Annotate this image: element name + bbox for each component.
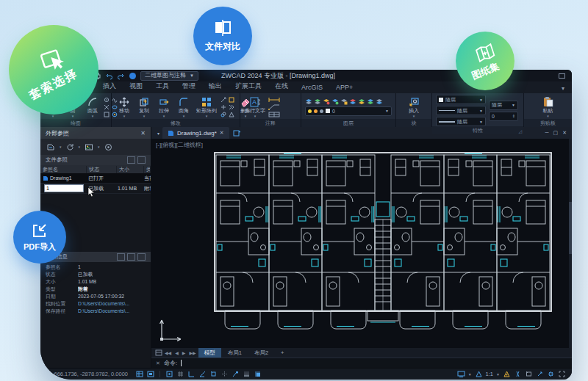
viewport-controls[interactable]: [-][俯视][二维线框] xyxy=(156,141,203,149)
canvas-scrollbar[interactable] xyxy=(569,139,572,348)
polar-toggle-icon[interactable] xyxy=(198,370,207,378)
layer-tools[interactable] xyxy=(305,98,392,105)
minimize-icon[interactable]: ─ xyxy=(545,130,549,136)
chevron-down-icon[interactable]: ▼ xyxy=(468,372,472,377)
lwt-toggle-icon[interactable] xyxy=(243,370,251,378)
lineweight-dropdown[interactable]: 随层▼ xyxy=(436,117,486,126)
new-tab-icon[interactable] xyxy=(233,129,241,137)
list-view-icon[interactable] xyxy=(127,156,135,164)
modify-group-label: 修改 xyxy=(112,119,240,127)
mtext-button[interactable]: A 多行文字▾ xyxy=(244,97,266,117)
chevron-down-icon: ▼ xyxy=(190,72,194,79)
settings-gear-icon[interactable] xyxy=(547,370,555,378)
ribbon-tab-app[interactable]: APP+ xyxy=(329,82,359,93)
current-layer-name: 0 xyxy=(332,109,335,114)
dialog-launcher-icon[interactable]: ◿ xyxy=(518,128,522,136)
ribbon-group-properties: 随层▼ 随层▼ 随层▼ 随层▼ 0⇕ xyxy=(432,93,524,127)
isolate-objects-icon[interactable] xyxy=(525,370,533,378)
move-button[interactable]: 移动▾ xyxy=(115,97,133,117)
pdf-import-badge[interactable]: PDF导入 xyxy=(13,211,66,264)
restore-icon[interactable]: ▢ xyxy=(553,130,559,136)
clean-screen-icon[interactable] xyxy=(558,370,566,378)
grid-toggle-icon[interactable] xyxy=(176,370,184,378)
command-line[interactable]: ✕ 命令: xyxy=(151,358,572,368)
dyn-toggle-icon[interactable] xyxy=(232,370,240,378)
mdi-window-controls: ─ ▢ ✕ xyxy=(540,130,572,136)
color-dropdown[interactable]: 随层▼ xyxy=(436,95,486,104)
plotstyle-dropdown[interactable]: 随层▼ xyxy=(489,101,518,110)
prev-layout-icon[interactable]: ◀ xyxy=(173,350,180,355)
ortho-toggle-icon[interactable] xyxy=(187,370,196,378)
stretch-button[interactable]: 拉伸▾ xyxy=(155,97,173,117)
ribbon: 直线▾ 圆▾ 圆弧▾ xyxy=(40,93,572,127)
insert-block-button[interactable]: 插入▾ xyxy=(405,97,423,117)
tab-model[interactable]: 模型 xyxy=(198,348,221,358)
tab-layout2[interactable]: 布局2 xyxy=(248,348,274,358)
chevron-down-icon[interactable]: ▼ xyxy=(496,372,500,377)
annotate-small-tools[interactable] xyxy=(268,97,280,117)
transparency-toggle-icon[interactable] xyxy=(254,370,262,378)
preview-panel-icon[interactable] xyxy=(127,253,135,261)
paper-space-icon[interactable] xyxy=(146,370,154,378)
ribbon-tab-arcgis[interactable]: ArcGIS xyxy=(295,82,329,93)
linetype-dropdown[interactable]: 随层▼ xyxy=(436,106,486,115)
annotation-scale-icon[interactable] xyxy=(475,370,483,378)
redo-icon[interactable] xyxy=(117,72,125,80)
close-command-icon[interactable]: ✕ xyxy=(156,360,160,366)
file-compare-badge[interactable]: 文件对比 xyxy=(193,7,252,65)
copy-button[interactable]: 复制▾ xyxy=(135,97,153,117)
osnap-toggle-icon[interactable] xyxy=(209,370,218,378)
next-layout-icon[interactable]: ▶ xyxy=(181,350,187,355)
tab-list-icon[interactable]: ▾ xyxy=(154,131,162,136)
cloud-sync-icon[interactable] xyxy=(129,72,137,80)
details-panel-icon[interactable] xyxy=(117,253,125,261)
first-layout-icon[interactable]: ◀◀ xyxy=(163,350,173,355)
ribbon-tab-output[interactable]: 输出 xyxy=(202,80,229,93)
tree-view-icon[interactable] xyxy=(137,156,146,164)
attach-image-icon[interactable] xyxy=(85,143,93,151)
workspace-dropdown[interactable]: 二维草图与注释 ▼ xyxy=(140,71,198,81)
xref-name-input[interactable] xyxy=(44,184,84,192)
modify-small-tools[interactable] xyxy=(220,97,234,117)
lasso-select-badge[interactable]: 套索选择 xyxy=(9,25,98,115)
layout-menu-icon[interactable] xyxy=(155,349,162,356)
array-button[interactable]: 矩形阵列▾ xyxy=(195,97,218,117)
document-tab[interactable]: Drawing1.dwg* ✕ xyxy=(162,127,229,139)
tab-layout1[interactable]: 布局1 xyxy=(222,348,248,358)
ribbon-tab-tools[interactable]: 工具 xyxy=(149,80,176,93)
annotation-visibility-icon[interactable] xyxy=(503,370,511,378)
layer-dropdown[interactable]: 0 ▼ xyxy=(305,106,392,116)
snap-toggle-icon[interactable] xyxy=(165,370,173,378)
help-icon[interactable] xyxy=(104,143,112,151)
ribbon-tab-express[interactable]: 扩展工具 xyxy=(229,80,268,93)
file-compare-label: 文件对比 xyxy=(205,40,240,53)
model-canvas[interactable]: [-][俯视][二维线框] xyxy=(151,139,572,348)
add-layout-button[interactable]: + xyxy=(275,348,290,358)
ribbon-tab-online[interactable]: 在线 xyxy=(268,80,295,93)
ribbon-tab-view[interactable]: 视图 xyxy=(123,80,149,93)
fillet-button[interactable]: 圆角▾ xyxy=(175,97,193,117)
transparency-spinner[interactable]: 0⇕ xyxy=(489,112,518,121)
attach-dwg-icon[interactable] xyxy=(46,143,55,151)
last-layout-icon[interactable]: ▶▶ xyxy=(187,350,197,355)
workspace-switch-icon[interactable] xyxy=(457,370,465,378)
collapse-panel-icon[interactable] xyxy=(137,253,146,261)
minimize-ribbon-icon[interactable] xyxy=(558,72,566,80)
ribbon-tab-manage[interactable]: 管理 xyxy=(176,80,202,93)
hardware-acceleration-icon[interactable] xyxy=(536,370,544,378)
table-row[interactable]: Drawing1 已打开 当前 xyxy=(40,173,151,184)
undo-icon[interactable] xyxy=(105,72,113,80)
annotation-scale-value[interactable]: 1:1 xyxy=(486,371,493,377)
sheet-set-badge[interactable]: 图纸集 xyxy=(456,32,514,90)
otrack-toggle-icon[interactable] xyxy=(220,370,229,378)
ribbon-collapse-icon[interactable]: ▾ xyxy=(557,85,569,93)
paste-button[interactable]: 粘贴▾ xyxy=(539,96,557,117)
ribbon-tab-insert[interactable]: 插入 xyxy=(96,80,123,93)
auto-scale-icon[interactable] xyxy=(514,370,522,378)
close-icon[interactable]: ✕ xyxy=(140,130,146,137)
model-space-icon[interactable] xyxy=(135,370,143,378)
ucs-icon xyxy=(157,313,188,344)
refresh-icon[interactable] xyxy=(66,143,74,151)
close-icon[interactable]: ✕ xyxy=(562,130,567,136)
close-tab-icon[interactable]: ✕ xyxy=(220,130,224,136)
